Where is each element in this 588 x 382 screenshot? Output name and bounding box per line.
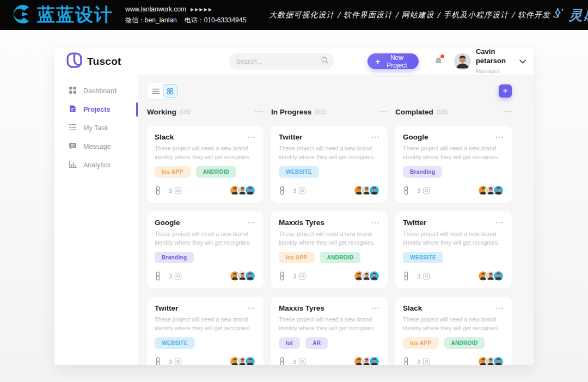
board-column: Complated(03)•••Google•••These project w… <box>395 106 512 365</box>
link-icon <box>403 357 409 365</box>
card-description: These project will need a new brand iden… <box>279 229 378 247</box>
card-title: Maxxis Tyres <box>279 304 324 312</box>
card-menu-icon[interactable]: ••• <box>372 306 380 311</box>
project-tag: Ios APP <box>155 166 191 178</box>
sidebar-item-analytics[interactable]: Analytics <box>54 156 138 174</box>
task-list-icon <box>69 123 77 133</box>
avatar-group <box>353 185 380 196</box>
sidebar-item-label: Projects <box>83 106 110 113</box>
column-menu-icon[interactable]: ••• <box>504 109 512 114</box>
project-card[interactable]: Slack•••These project will need a new br… <box>147 126 264 203</box>
avatar-group <box>229 356 256 365</box>
board-column: In Progress(03)•••Twitter•••These projec… <box>271 106 388 365</box>
project-card[interactable]: Google•••These project will need a new b… <box>395 126 512 203</box>
grid-view-button[interactable] <box>163 84 177 98</box>
app-header: Tuscot + New Project Cav <box>54 48 534 75</box>
sidebar-item-my-task[interactable]: My Task <box>54 119 138 137</box>
column-header: Complated(03)••• <box>395 106 512 117</box>
sidebar-item-label: Dashboard <box>83 87 117 95</box>
attachment-count: 3 <box>169 273 172 280</box>
tag-row: WEBSITE <box>155 337 256 349</box>
sidebar-item-dashboard[interactable]: Dashboard <box>54 82 138 100</box>
attachment-count: 3 <box>417 359 420 365</box>
card-menu-icon[interactable]: ••• <box>496 220 504 226</box>
card-footer: 3 <box>403 270 504 282</box>
project-card[interactable]: Twitter•••These project will need a new … <box>147 297 264 365</box>
card-title: Maxxis Tyres <box>279 219 324 227</box>
notification-bell-icon[interactable] <box>433 56 444 68</box>
member-avatar <box>244 356 256 365</box>
column-header: Working(03)••• <box>147 106 264 117</box>
comments-icon <box>174 358 182 365</box>
arrows-icon: ▶▶▶▶▶ <box>191 7 213 12</box>
link-icon <box>403 271 409 281</box>
project-tag: ANDROID <box>444 337 485 349</box>
board-column: Working(03)•••Slack•••These project will… <box>147 106 264 365</box>
tag-row: WEBSITE <box>279 166 380 178</box>
project-card[interactable]: Twitter•••These project will need a new … <box>271 126 388 203</box>
card-footer: 3 <box>155 270 256 282</box>
column-menu-icon[interactable]: ••• <box>379 109 388 114</box>
new-project-button[interactable]: + New Project <box>367 53 419 69</box>
sidebar-item-message[interactable]: Message <box>54 137 138 156</box>
member-avatar <box>369 356 380 365</box>
column-menu-icon[interactable]: ••• <box>255 109 264 114</box>
project-card[interactable]: Maxxis Tyres•••These project will need a… <box>271 297 388 365</box>
notification-dot <box>440 54 444 58</box>
comments-icon <box>298 358 306 365</box>
lanlan-logo: 蓝蓝设计 <box>10 3 113 28</box>
project-card[interactable]: Twitter•••These project will need a new … <box>395 211 512 288</box>
board-area: + Working(03)•••Slack•••These project wi… <box>138 75 534 365</box>
search-input[interactable] <box>236 58 321 65</box>
member-avatar <box>493 270 504 282</box>
avatar-group <box>353 356 380 365</box>
project-tag: ANDROID <box>196 166 237 178</box>
link-icon <box>155 357 161 365</box>
attachment-count: 3 <box>417 273 420 280</box>
sidebar-item-label: My Task <box>83 124 108 132</box>
card-title: Twitter <box>403 219 426 227</box>
user-menu[interactable]: Cavin petarson Manager <box>454 48 513 75</box>
project-tag: AR <box>305 337 328 349</box>
comments-icon <box>422 272 430 280</box>
card-menu-icon[interactable]: ••• <box>248 135 256 140</box>
plus-icon: + <box>376 58 380 65</box>
card-title: Slack <box>155 133 174 141</box>
tag-row: Branding <box>403 166 504 178</box>
project-card[interactable]: Google•••These project will need a new b… <box>147 211 264 288</box>
card-footer: 3 <box>155 185 256 196</box>
card-menu-icon[interactable]: ••• <box>248 220 256 226</box>
card-description: These project will need a new brand iden… <box>403 315 502 332</box>
comments-icon <box>298 187 306 195</box>
user-name: Cavin petarson <box>476 48 513 65</box>
sidebar-item-projects[interactable]: Projects <box>54 100 138 119</box>
member-avatar <box>493 185 504 196</box>
avatar-group <box>353 270 380 282</box>
card-title: Google <box>155 219 180 227</box>
page-background: Tuscot + New Project Cav <box>0 30 588 382</box>
attachment-count: 3 <box>293 359 296 365</box>
column-title: Complated <box>395 108 433 116</box>
project-card[interactable]: Slack•••These project will need a new br… <box>395 297 512 365</box>
new-project-label: New Project <box>383 54 411 69</box>
app-title: Tuscot <box>87 56 121 68</box>
lanlan-logo-text: 蓝蓝设计 <box>37 3 113 27</box>
project-card[interactable]: Maxxis Tyres•••These project will need a… <box>271 211 388 288</box>
link-icon <box>279 357 285 365</box>
card-menu-icon[interactable]: ••• <box>496 135 504 140</box>
link-icon <box>403 186 409 195</box>
card-menu-icon[interactable]: ••• <box>372 135 380 140</box>
card-menu-icon[interactable]: ••• <box>248 306 256 311</box>
search-bar[interactable] <box>229 53 334 70</box>
card-footer: 3 <box>279 185 380 196</box>
add-column-button[interactable]: + <box>499 84 512 98</box>
analytics-icon <box>69 160 77 170</box>
card-menu-icon[interactable]: ••• <box>496 306 504 311</box>
card-menu-icon[interactable]: ••• <box>372 220 380 226</box>
card-description: These project will need a new brand iden… <box>155 229 254 247</box>
member-avatar <box>493 356 504 365</box>
promo-banner: 蓝蓝设计 www.lanlanwork.com▶▶▶▶▶ 微信：ben_lanl… <box>0 0 588 30</box>
card-footer: 3 <box>279 270 380 282</box>
chevron-down-icon[interactable] <box>519 59 526 64</box>
list-view-button[interactable] <box>148 84 163 98</box>
